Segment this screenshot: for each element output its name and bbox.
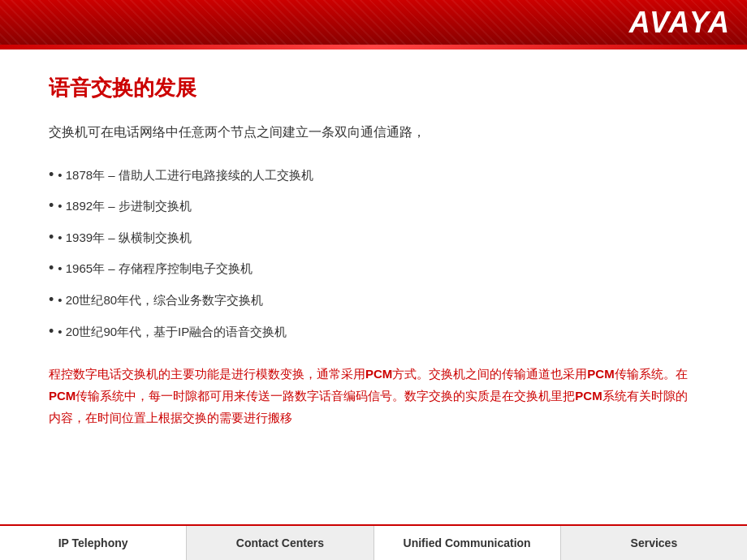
highlight-text: 程控数字电话交换机的主要功能是进行模数变换，通常采用PCM方式。交换机之间的传输… bbox=[49, 363, 698, 429]
nav-contact-centers[interactable]: Contact Centers bbox=[187, 526, 374, 560]
header: AVAYA bbox=[0, 0, 747, 45]
avaya-logo: AVAYA bbox=[629, 6, 731, 40]
nav-ip-telephony[interactable]: IP Telephony bbox=[0, 526, 187, 560]
list-item: • 20世纪90年代，基于IP融合的语音交换机 bbox=[49, 319, 698, 344]
bullet-list: • 1878年 – 借助人工进行电路接续的人工交换机 • 1892年 – 步进制… bbox=[49, 162, 698, 344]
main-content: 语音交换的发展 交换机可在电话网络中任意两个节点之间建立一条双向通信通路， • … bbox=[0, 50, 747, 524]
list-item: • 1892年 – 步进制交换机 bbox=[49, 193, 698, 218]
list-item: • 20世纪80年代，综合业务数字交换机 bbox=[49, 287, 698, 312]
page-title: 语音交换的发展 bbox=[49, 74, 698, 102]
list-item: • 1939年 – 纵横制交换机 bbox=[49, 225, 698, 250]
footer-nav: IP Telephony Contact Centers Unified Com… bbox=[0, 524, 747, 560]
nav-services[interactable]: Services bbox=[561, 526, 747, 560]
list-item: • 1965年 – 存储程序控制电子交换机 bbox=[49, 256, 698, 281]
intro-text: 交换机可在电话网络中任意两个节点之间建立一条双向通信通路， bbox=[49, 122, 698, 143]
nav-unified-communication[interactable]: Unified Communication bbox=[374, 526, 561, 560]
list-item: • 1878年 – 借助人工进行电路接续的人工交换机 bbox=[49, 162, 698, 187]
